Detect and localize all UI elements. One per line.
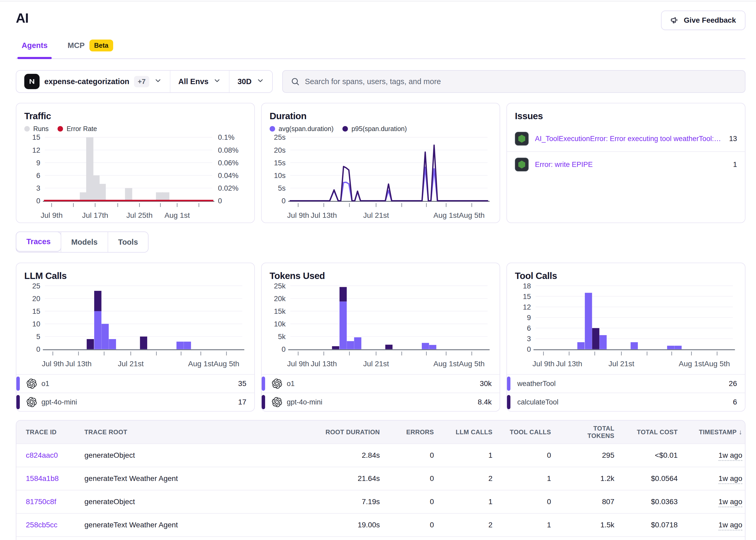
total-cost-cell: <$0.01 xyxy=(622,537,685,540)
model-row-gpt-4o-mini[interactable]: gpt-4o-mini 8.4k xyxy=(262,393,500,411)
env-selector[interactable]: All Envs xyxy=(170,71,229,92)
tab-models[interactable]: Models xyxy=(61,232,108,252)
tab-traces[interactable]: Traces xyxy=(16,231,61,251)
svg-text:10s: 10s xyxy=(274,171,286,180)
timestamp-cell[interactable]: 1w ago xyxy=(718,474,742,484)
tool-calls-cell: 0 xyxy=(500,537,558,540)
model-name: gpt-4o-mini xyxy=(287,398,478,406)
model-row-o1[interactable]: o1 30k xyxy=(262,374,500,393)
issue-row[interactable]: Error: write EPIPE 1 xyxy=(507,151,745,177)
duration-card-title: Duration xyxy=(270,111,492,121)
main-tabs: Agents MCP Beta xyxy=(16,37,745,59)
table-row[interactable]: 90605f78 generateObject 728.00ms 0 1 0 2… xyxy=(16,537,745,540)
svg-text:Aug 1st: Aug 1st xyxy=(188,359,214,368)
timestamp-cell[interactable]: 1w ago xyxy=(718,497,742,507)
col-trace-id[interactable]: Trace ID xyxy=(16,421,77,444)
tab-mcp[interactable]: MCP Beta xyxy=(66,37,115,58)
svg-text:20k: 20k xyxy=(274,295,286,303)
issues-card: Issues AI_ToolExecutionError: Error exec… xyxy=(507,103,745,223)
project-selector[interactable]: expense-categorization +7 xyxy=(16,71,170,92)
col-errors[interactable]: Errors xyxy=(387,421,441,444)
search-input[interactable] xyxy=(305,77,737,86)
megaphone-icon xyxy=(671,16,680,25)
timestamp-cell[interactable]: 1w ago xyxy=(718,451,742,461)
date-range-selector[interactable]: 30D xyxy=(229,71,272,92)
trace-id-link[interactable]: 1584a1b8 xyxy=(26,474,59,482)
svg-text:10k: 10k xyxy=(274,320,286,328)
openai-icon xyxy=(27,379,37,389)
table-row[interactable]: 1584a1b8 generateText Weather Agent 21.6… xyxy=(16,467,745,490)
legend-runs: Runs xyxy=(24,125,49,133)
tool-row-weathertool[interactable]: weatherTool 26 xyxy=(507,374,745,393)
model-row-o1[interactable]: o1 35 xyxy=(16,374,254,393)
svg-text:25: 25 xyxy=(32,282,40,290)
llm-calls-legend-rows: o1 35 gpt-4o-mini 17 xyxy=(16,374,254,411)
svg-text:5k: 5k xyxy=(278,333,286,341)
page-header: AI Give Feedback xyxy=(16,11,745,30)
timestamp-cell[interactable]: 1w ago xyxy=(718,521,742,530)
trace-root-cell: generateText Weather Agent xyxy=(77,513,300,537)
svg-text:Jul 21st: Jul 21st xyxy=(118,359,144,368)
trace-root-cell: generateObject xyxy=(77,444,300,467)
tokens-used-legend-rows: o1 30k gpt-4o-mini 8.4k xyxy=(262,374,500,411)
issue-row[interactable]: AI_ToolExecutionError: Error executing t… xyxy=(507,126,745,151)
svg-text:0: 0 xyxy=(281,197,285,205)
col-total-cost[interactable]: Total Cost xyxy=(622,421,685,444)
svg-text:5s: 5s xyxy=(278,184,286,192)
tokens-used-card: Tokens Used 05k10k15k20k25kJul 9thJul 13… xyxy=(261,263,500,412)
col-root-duration[interactable]: Root Duration xyxy=(300,421,387,444)
model-value: 35 xyxy=(238,379,246,388)
col-timestamp-sort[interactable]: Timestamp↓ xyxy=(685,421,745,444)
svg-text:0.04%: 0.04% xyxy=(218,171,238,180)
table-row[interactable]: 258cb5cc generateText Weather Agent 19.0… xyxy=(16,513,745,537)
errors-cell: 0 xyxy=(387,537,441,540)
duration-legend: avg(span.duration) p95(span.duration) xyxy=(270,125,492,133)
svg-text:15: 15 xyxy=(523,292,531,301)
trace-root-cell: generateObject xyxy=(77,490,300,513)
col-tool-calls[interactable]: Tool Calls xyxy=(500,421,558,444)
table-row[interactable]: 81750c8f generateObject 7.19s 0 1 0 807 … xyxy=(16,490,745,513)
tab-agents[interactable]: Agents xyxy=(20,37,49,58)
svg-text:Jul 9th: Jul 9th xyxy=(532,359,554,368)
svg-text:Jul 25th: Jul 25th xyxy=(126,211,152,219)
model-value: 30k xyxy=(480,379,492,388)
model-name: o1 xyxy=(287,380,480,388)
trace-id-link[interactable]: 81750c8f xyxy=(26,497,56,506)
svg-text:Jul 9th: Jul 9th xyxy=(42,359,64,368)
llm-calls-card: LLM Calls 0510152025Jul 9thJul 13thJul 2… xyxy=(16,263,255,412)
runs-dot-icon xyxy=(24,126,30,132)
issues-card-title: Issues xyxy=(515,111,737,121)
model-value: 17 xyxy=(238,398,246,406)
errors-cell: 0 xyxy=(387,444,441,467)
issue-link[interactable]: Error: write EPIPE xyxy=(535,161,727,169)
errors-cell: 0 xyxy=(387,490,441,513)
date-range-value: 30D xyxy=(237,77,251,86)
col-llm-calls[interactable]: LLM Calls xyxy=(441,421,500,444)
svg-text:Jul 21st: Jul 21st xyxy=(363,211,389,219)
svg-text:0: 0 xyxy=(218,197,222,205)
svg-text:Jul 13th: Jul 13th xyxy=(311,211,337,219)
openai-icon xyxy=(272,379,282,389)
filter-control: expense-categorization +7 All Envs 30D xyxy=(16,70,273,93)
llm-calls-chart: 0510152025Jul 9thJul 13thJul 21stAug 1st… xyxy=(24,282,246,368)
llm-calls-cell: 1 xyxy=(441,537,500,540)
trace-id-link[interactable]: 258cb5cc xyxy=(26,521,58,529)
svg-text:0: 0 xyxy=(281,345,285,353)
tokens-used-title: Tokens Used xyxy=(270,271,492,281)
llm-calls-cell: 1 xyxy=(441,444,500,467)
col-trace-root[interactable]: Trace Root xyxy=(77,421,300,444)
openai-icon xyxy=(272,397,282,407)
tool-calls-chart: 0369121518Jul 9thJul 13thJul 21stAug 1st… xyxy=(515,282,737,368)
issue-link[interactable]: AI_ToolExecutionError: Error executing t… xyxy=(535,135,723,143)
svg-text:Aug 1st: Aug 1st xyxy=(433,359,459,368)
give-feedback-button[interactable]: Give Feedback xyxy=(661,11,745,30)
tab-tools[interactable]: Tools xyxy=(108,232,148,252)
col-total-tokens[interactable]: Total Tokens xyxy=(558,421,622,444)
errors-cell: 0 xyxy=(387,467,441,490)
table-row[interactable]: c824aac0 generateObject 2.84s 0 1 0 295 … xyxy=(16,444,745,467)
tool-row-calculatetool[interactable]: calculateTool 6 xyxy=(507,393,745,411)
legend-p95-duration: p95(span.duration) xyxy=(342,125,407,133)
trace-id-link[interactable]: c824aac0 xyxy=(26,451,58,459)
model-row-gpt-4o-mini[interactable]: gpt-4o-mini 17 xyxy=(16,393,254,411)
errors-cell: 0 xyxy=(387,513,441,537)
